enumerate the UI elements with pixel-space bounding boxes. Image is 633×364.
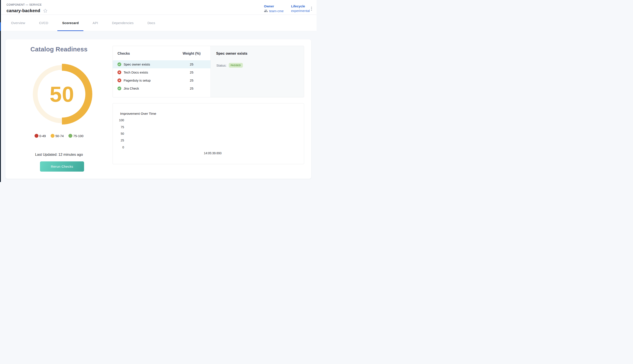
- entity-tabs: Overview CI/CD Scorecard API Dependencie…: [1, 15, 316, 31]
- y-axis-tick: 100: [113, 118, 124, 122]
- owner-value-link[interactable]: team-cme: [269, 9, 284, 13]
- legend-dot-green: [68, 134, 72, 138]
- active-tab-indicator: [57, 30, 83, 31]
- scorecard-panel: Catalog Readiness 50 0-49 50-74 75-100 L…: [6, 39, 311, 179]
- favorite-star-icon[interactable]: [43, 8, 48, 13]
- y-axis-tick: 50: [113, 132, 124, 135]
- more-options-icon[interactable]: [310, 7, 313, 11]
- x-axis-tick: 14:05:39.693: [197, 152, 228, 155]
- legend-item-low: 0-49: [35, 134, 46, 138]
- weight-column-header: Weight (%): [178, 52, 205, 56]
- chart-title: Improvement Over Time: [120, 112, 156, 116]
- page-header: COMPONENT — SERVICE canary-backend Owner…: [1, 0, 316, 15]
- last-updated-text: Last Updated: 12 minutes ago: [6, 152, 113, 156]
- tab-overview[interactable]: Overview: [6, 15, 30, 31]
- checks-card: Checks Weight (%) Spec owner exists 25 T…: [113, 46, 304, 98]
- check-row-tech-docs[interactable]: Tech Docs exists 25: [113, 68, 210, 76]
- legend-dot-yellow: [51, 134, 55, 138]
- tab-scorecard[interactable]: Scorecard: [57, 15, 83, 31]
- y-axis-tick: 0: [113, 146, 124, 149]
- checks-column-header: Checks: [118, 52, 130, 56]
- check-detail-panel: Spec owner exists Status: PASSED: [210, 46, 304, 97]
- owner-meta: Owner team-cme: [264, 4, 284, 13]
- y-axis-tick: 25: [113, 138, 124, 142]
- owner-label: Owner: [264, 4, 284, 8]
- check-passed-icon: [117, 62, 121, 66]
- legend-item-mid: 50-74: [51, 134, 64, 138]
- check-failed-icon: [117, 78, 121, 82]
- lifecycle-value: experimental: [291, 9, 310, 12]
- page-title: canary-backend: [7, 8, 40, 13]
- tab-api[interactable]: API: [88, 15, 103, 31]
- improvement-chart-card: Improvement Over Time 100 75 50 25 0 14:…: [113, 103, 304, 164]
- rerun-checks-button[interactable]: Rerun Checks: [40, 162, 84, 172]
- tab-cicd[interactable]: CI/CD: [34, 15, 53, 31]
- check-failed-icon: [117, 70, 121, 74]
- status-badge: PASSED: [229, 63, 243, 68]
- sidebar-active-indicator: [0, 22, 1, 31]
- lifecycle-meta: Lifecycle experimental: [291, 4, 310, 12]
- collapsed-sidebar-edge: [0, 0, 1, 182]
- score-value: 50: [32, 64, 92, 124]
- tab-dependencies[interactable]: Dependencies: [107, 15, 138, 31]
- group-icon: [264, 9, 268, 13]
- check-detail-title: Spec owner exists: [216, 52, 248, 56]
- checks-list: Spec owner exists 25 Tech Docs exists 25…: [113, 60, 210, 92]
- status-label: Status:: [216, 64, 227, 67]
- y-axis-tick: 75: [113, 126, 124, 129]
- check-row-spec-owner[interactable]: Spec owner exists 25: [113, 60, 210, 68]
- scorecard-title: Catalog Readiness: [6, 46, 113, 53]
- check-row-pagerduty[interactable]: Pagerduty is setup 25: [113, 76, 210, 84]
- lifecycle-label: Lifecycle: [291, 4, 310, 8]
- score-legend: 0-49 50-74 75-100: [6, 134, 113, 138]
- legend-dot-red: [35, 134, 39, 138]
- breadcrumb: COMPONENT — SERVICE: [7, 3, 42, 6]
- score-gauge: 50: [32, 64, 92, 124]
- legend-item-high: 75-100: [68, 134, 83, 138]
- check-row-jira[interactable]: Jira Check 25: [113, 84, 210, 92]
- check-passed-icon: [117, 86, 121, 90]
- tab-docs[interactable]: Docs: [143, 15, 160, 31]
